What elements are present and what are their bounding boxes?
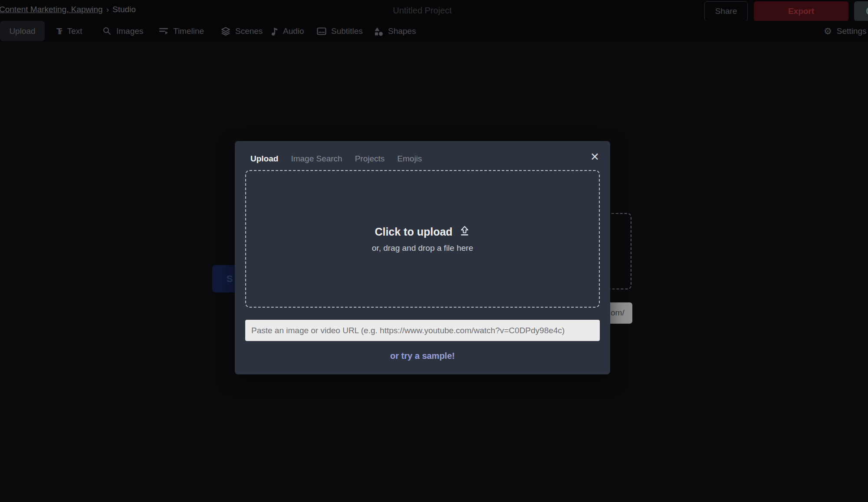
toolbar-text-label: Text xyxy=(67,26,82,36)
upload-modal-tabs: Upload Image Search Projects Emojis xyxy=(250,154,422,164)
timeline-icon xyxy=(159,27,168,36)
toolbar-audio-label: Audio xyxy=(283,26,304,36)
project-title[interactable]: Untitled Project xyxy=(393,6,452,16)
toolbar-timeline-label: Timeline xyxy=(173,26,204,36)
dropzone-title-row: Click to upload xyxy=(375,225,470,239)
upload-modal: Upload Image Search Projects Emojis ✕ Cl… xyxy=(235,141,610,374)
export-button[interactable]: Export xyxy=(754,1,848,21)
toolbar-subtitles-label: Subtitles xyxy=(331,26,363,36)
toolbar-item-images[interactable]: Images xyxy=(102,21,143,41)
toolbar-settings-label: Settings xyxy=(837,26,867,36)
kapwing-studio-page: Content Marketing, Kapwing›Studio Untitl… xyxy=(0,0,868,502)
breadcrumb: Content Marketing, Kapwing›Studio xyxy=(0,5,136,14)
toolbar-shapes-label: Shapes xyxy=(388,26,416,36)
gear-icon: ⚙ xyxy=(824,26,832,36)
toolbar-images-label: Images xyxy=(116,26,143,36)
try-sample-link[interactable]: or try a sample! xyxy=(235,351,610,361)
close-icon[interactable]: ✕ xyxy=(590,151,599,162)
toolbar-item-subtitles[interactable]: Subtitles xyxy=(317,21,363,41)
share-button[interactable]: Share xyxy=(704,1,748,21)
dropzone-subtitle: or, drag and drop a file here xyxy=(372,243,473,253)
tab-upload[interactable]: Upload xyxy=(250,154,278,164)
tab-image-search[interactable]: Image Search xyxy=(291,154,342,164)
breadcrumb-separator: › xyxy=(106,5,109,14)
music-note-icon xyxy=(271,26,278,36)
toolbar-item-settings[interactable]: ⚙ Settings xyxy=(824,21,866,41)
toolbar-item-audio[interactable]: Audio xyxy=(271,21,304,41)
shapes-icon xyxy=(374,26,383,36)
url-input[interactable] xyxy=(245,320,600,341)
text-icon: TT xyxy=(56,26,62,36)
dropzone-title: Click to upload xyxy=(375,226,452,238)
subtitles-icon xyxy=(317,27,326,35)
editor-toolbar: Upload TT Text Images Timeline Scenes xyxy=(0,21,868,42)
top-bar: Content Marketing, Kapwing›Studio Untitl… xyxy=(0,0,868,21)
breadcrumb-current: Studio xyxy=(112,5,136,14)
upload-arrow-icon xyxy=(459,225,470,239)
toolbar-item-scenes[interactable]: Scenes xyxy=(221,21,263,41)
background-url-partial-text: om/ xyxy=(611,308,625,318)
background-partial-button-label: S xyxy=(227,273,233,285)
toolbar-item-upload[interactable]: Upload xyxy=(0,21,45,41)
toolbar-upload-label: Upload xyxy=(9,26,35,36)
account-button[interactable]: G xyxy=(854,1,868,21)
breadcrumb-workspace-link[interactable]: Content Marketing, Kapwing xyxy=(0,5,103,14)
toolbar-item-text[interactable]: TT Text xyxy=(56,21,82,41)
toolbar-scenes-label: Scenes xyxy=(235,26,263,36)
tab-emojis[interactable]: Emojis xyxy=(397,154,422,164)
toolbar-item-shapes[interactable]: Shapes xyxy=(374,21,416,41)
toolbar-item-timeline[interactable]: Timeline xyxy=(159,21,204,41)
search-icon xyxy=(102,26,112,36)
upload-dropzone[interactable]: Click to upload or, drag and drop a file… xyxy=(245,170,600,308)
layers-icon xyxy=(221,26,230,36)
tab-projects[interactable]: Projects xyxy=(355,154,385,164)
